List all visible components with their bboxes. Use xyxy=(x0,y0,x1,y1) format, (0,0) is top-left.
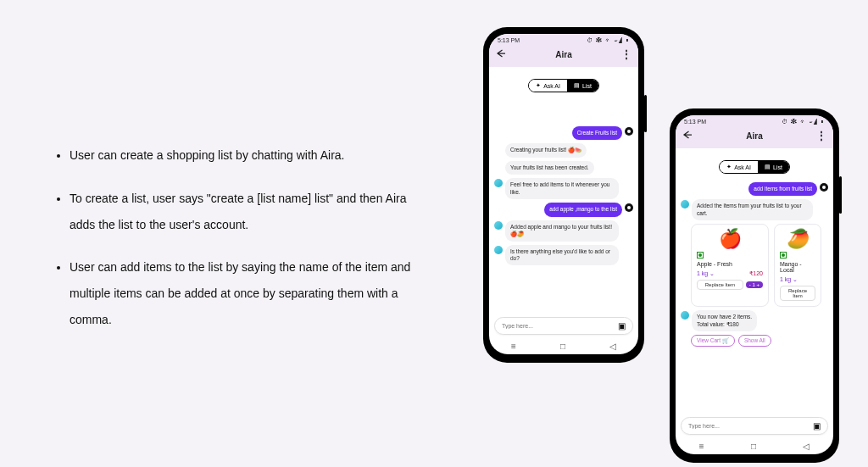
back-nav-icon[interactable]: ◁ xyxy=(803,442,810,451)
bullet-item: User can add items to the list by saying… xyxy=(70,254,420,332)
ai-avatar xyxy=(494,221,503,230)
chat-input[interactable]: ▣ xyxy=(681,417,828,435)
mode-toggle[interactable]: ✦Ask AI ▤List xyxy=(528,79,599,92)
ai-message: Added apple and mango to your fruits lis… xyxy=(505,220,619,242)
mode-ask: ✦Ask AI xyxy=(529,80,567,92)
user-message: Create Fruits list xyxy=(572,126,622,140)
feature-bullets: User can create a shopping list by chatt… xyxy=(54,142,420,350)
status-bar: 5:13 PM ⏱ ✽ ᯤ ▱◢ ▮ xyxy=(676,115,833,126)
chat-text-field[interactable] xyxy=(502,323,618,329)
bullet-item: To create a list, user says "create a [l… xyxy=(70,186,420,238)
status-time: 5:13 PM xyxy=(684,119,706,125)
page-title: Aira xyxy=(506,50,621,59)
status-icons: ⏱ ✽ ᯤ ▱◢ ▮ xyxy=(587,37,630,43)
product-image: 🍎 xyxy=(697,230,763,248)
product-name: Apple - Fresh xyxy=(697,261,763,267)
ai-message: Added the items from your fruits list to… xyxy=(692,199,813,220)
home-icon[interactable]: □ xyxy=(751,442,756,451)
camera-icon[interactable]: ▣ xyxy=(618,321,626,331)
product-price: ₹120 xyxy=(749,270,763,277)
show-all-button[interactable]: Show All xyxy=(738,335,771,347)
replace-item-button[interactable]: Replace Item xyxy=(697,280,743,290)
recent-icon[interactable]: ≡ xyxy=(699,442,704,451)
product-image: 🥭 xyxy=(780,230,815,248)
user-message: add items from fruits list xyxy=(748,182,817,196)
back-nav-icon[interactable]: ◁ xyxy=(609,342,616,351)
ai-avatar xyxy=(681,200,689,208)
phone-mockup-add-items: 5:13 PM ⏱ ✽ ᯤ ▱◢ ▮ Aira ⋮ ✦Ask AI ▤List xyxy=(670,108,839,463)
user-avatar xyxy=(625,203,633,212)
chat-input[interactable]: ▣ xyxy=(494,317,633,335)
product-card: 🥭 Mango - Local 1 kg ⌄ Replace Item xyxy=(774,224,821,307)
bullet-item: User can create a shopping list by chatt… xyxy=(70,142,420,169)
camera-icon[interactable]: ▣ xyxy=(813,421,821,431)
veg-icon xyxy=(780,252,787,259)
home-icon[interactable]: □ xyxy=(560,342,565,351)
mode-ask: ✦Ask AI xyxy=(720,161,758,173)
page-title: Aira xyxy=(693,131,816,141)
quantity-stepper[interactable]: - 1 + xyxy=(746,281,763,288)
weight-select[interactable]: 1 kg ⌄ xyxy=(697,270,715,277)
ai-message: Feel free to add items to it whenever yo… xyxy=(505,178,619,199)
more-icon[interactable]: ⋮ xyxy=(621,49,632,59)
user-avatar xyxy=(820,183,828,192)
product-name: Mango - Local xyxy=(780,261,815,273)
mode-list: ▤List xyxy=(758,161,789,173)
android-nav: ≡ □ ◁ xyxy=(489,338,638,354)
product-card: 🍎 Apple - Fresh 1 kg ⌄ ₹120 Replace Item… xyxy=(691,224,769,307)
status-icons: ⏱ ✽ ᯤ ▱◢ ▮ xyxy=(782,119,825,125)
chat-text-field[interactable] xyxy=(688,423,813,429)
ai-avatar xyxy=(494,179,503,187)
ai-message: Creating your fruits list! 🍎🍉 xyxy=(505,143,587,157)
phone-mockup-create-list: 5:13 PM ⏱ ✽ ᯤ ▱◢ ▮ Aira ⋮ ✦Ask AI ▤List xyxy=(483,27,644,363)
mode-list: ▤List xyxy=(567,80,598,92)
ai-message: You now have 2 items. Total value: ₹180 xyxy=(692,310,757,331)
ai-avatar xyxy=(494,246,503,254)
status-time: 5:13 PM xyxy=(498,37,520,43)
status-bar: 5:13 PM ⏱ ✽ ᯤ ▱◢ ▮ xyxy=(489,34,638,45)
user-message: add apple ,mango to the list xyxy=(544,203,622,216)
back-icon[interactable] xyxy=(496,47,506,62)
android-nav: ≡ □ ◁ xyxy=(676,438,833,454)
view-cart-button[interactable]: View Cart 🛒 xyxy=(691,335,735,347)
ai-message: Is there anything else you'd like to add… xyxy=(505,245,619,266)
more-icon[interactable]: ⋮ xyxy=(816,131,826,141)
recent-icon[interactable]: ≡ xyxy=(511,342,516,351)
weight-select[interactable]: 1 kg ⌄ xyxy=(780,276,798,283)
ai-avatar xyxy=(681,311,689,320)
veg-icon xyxy=(697,252,704,259)
back-icon[interactable] xyxy=(682,128,693,143)
user-avatar xyxy=(625,127,633,136)
mode-toggle[interactable]: ✦Ask AI ▤List xyxy=(719,160,790,174)
ai-message: Your fruits list has been created. xyxy=(505,161,594,175)
replace-item-button[interactable]: Replace Item xyxy=(780,286,815,301)
